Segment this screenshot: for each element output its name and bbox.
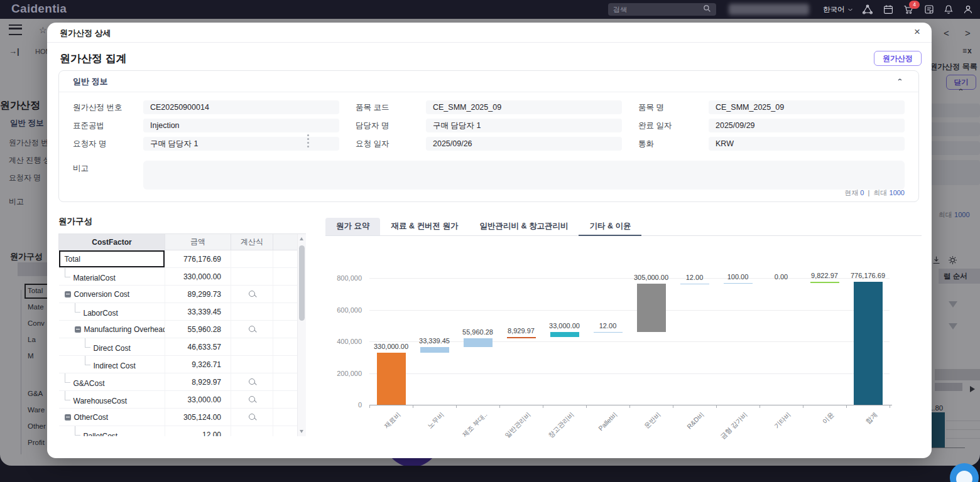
x-tick [586, 405, 587, 408]
waterfall-chart: 0200,000400,000600,000800,000330,000.00재… [325, 242, 922, 452]
y-gridline [369, 373, 890, 374]
cost-table-row[interactable]: MaterialCost330,000.00 [59, 268, 305, 286]
scrollbar-thumb[interactable] [299, 245, 305, 321]
cost-table-row[interactable]: Conversion Cost89,299.73 [59, 286, 305, 303]
tab-2[interactable]: 일반관리비 & 창고관리비 [469, 218, 579, 235]
field-label: 완료 일자 [638, 120, 709, 131]
cart-badge: 4 [909, 1, 920, 9]
field-value-input[interactable]: Injection [143, 119, 339, 132]
cost-table-row[interactable]: Total776,176.69 [59, 250, 305, 268]
x-tick [846, 405, 847, 408]
cost-table-row[interactable]: Manufacturing OverheadCo55,960.28 [59, 321, 305, 338]
field-5: 완료 일자2025/09/29 [638, 119, 905, 132]
scroll-up-icon[interactable] [300, 237, 303, 240]
bell-icon[interactable] [943, 4, 954, 15]
cost-table-row[interactable]: Direct Cost46,633.57 [59, 338, 305, 356]
field-label: 품목 명 [638, 102, 709, 113]
x-axis-label: 금형 감가비 [700, 410, 749, 458]
cost-table-row[interactable]: Indirect Cost9,326.71 [59, 356, 305, 373]
field-value-input[interactable]: 구매 담당자 1 [426, 119, 622, 132]
memo-icon[interactable] [923, 4, 935, 15]
global-search-input[interactable]: 검색 [608, 3, 716, 16]
x-tick [716, 405, 717, 408]
formula-magnifier-icon[interactable] [249, 414, 255, 420]
cost-amount: 33,339.45 [165, 303, 231, 321]
cost-factor-name: OtherCost [74, 413, 109, 422]
scroll-down-icon[interactable] [300, 430, 303, 433]
x-axis-label: 노무비 [397, 410, 446, 458]
field-value-input[interactable]: CE_SMM_2025_09 [426, 100, 622, 114]
language-selector[interactable]: 한국어 [823, 5, 853, 14]
cost-table-row[interactable]: WarehouseCost33,000.00 [59, 391, 305, 409]
field-label: 담당자 명 [356, 120, 426, 131]
org-triangle-icon[interactable] [862, 4, 873, 15]
collapse-chevron-icon[interactable]: ⌃ [896, 73, 903, 89]
tree-expand-icon[interactable] [65, 414, 71, 420]
tree-connector [65, 391, 70, 400]
cost-structure-title: 원가구성 [58, 216, 313, 227]
y-tick-label: 0 [325, 401, 362, 409]
chart-tabs: 원가 요약재료 & 컨버전 원가일반관리비 & 창고관리비기타 & 이윤 [325, 218, 922, 236]
field-label: 통화 [638, 139, 709, 149]
formula-magnifier-icon[interactable] [249, 326, 255, 332]
field-2: 품목 명CE_SMM_2025_09 [638, 100, 905, 114]
bar-3 [507, 337, 536, 338]
cost-table-row[interactable]: PalletCost12.00 [59, 426, 305, 437]
general-info-header: 일반 정보 ⌃ [59, 71, 918, 92]
field-value-input[interactable]: CE_SMM_2025_09 [709, 100, 905, 114]
pane-drag-handle[interactable] [307, 134, 309, 136]
cost-amount: 305,124.00 [165, 409, 231, 426]
x-tick [456, 405, 457, 408]
col-formula[interactable]: 계산식 [231, 234, 273, 250]
bar-value-label: 12.00 [570, 322, 646, 329]
remarks-field[interactable] [143, 161, 905, 190]
bar-11 [854, 282, 883, 405]
cost-table-row[interactable]: LaborCost33,339.45 [59, 303, 305, 321]
cost-factor-name: G&ACost [74, 379, 105, 388]
formula-magnifier-icon[interactable] [249, 291, 255, 297]
field-value-input[interactable]: KRW [709, 137, 905, 151]
user-profile-icon[interactable] [962, 4, 974, 15]
field-value-input[interactable]: 2025/09/29 [709, 119, 905, 132]
cost-amount: 776,176.69 [165, 250, 231, 268]
close-icon[interactable]: × [914, 26, 920, 38]
chevron-down-icon [847, 7, 853, 13]
cost-factor-name: MaterialCost [74, 274, 116, 282]
table-scrollbar[interactable] [297, 234, 306, 436]
tab-0[interactable]: 원가 요약 [325, 218, 380, 235]
formula-magnifier-icon[interactable] [249, 378, 255, 385]
cost-amount: 46,633.57 [165, 338, 231, 356]
tree-expand-icon[interactable] [65, 291, 71, 297]
x-tick [890, 405, 890, 408]
bar-2 [464, 338, 493, 347]
bar-10 [810, 282, 839, 283]
col-costfactor[interactable]: CostFactor [59, 234, 165, 250]
tab-3[interactable]: 기타 & 이윤 [579, 218, 641, 236]
user-name-blurred [729, 4, 809, 15]
cost-estimation-detail-modal: 원가산정 상세 × 원가산정 집계 원가산정 일반 정보 ⌃ 원가산정 번호CE… [47, 23, 932, 458]
tree-connector [85, 338, 90, 348]
language-label: 한국어 [823, 5, 845, 14]
cost-table-row[interactable]: OtherCost305,124.00 [59, 409, 305, 426]
x-axis-label: 재료비 [354, 410, 403, 458]
cost-estimate-button[interactable]: 원가산정 [874, 51, 922, 66]
formula-magnifier-icon[interactable] [249, 396, 255, 402]
tree-expand-icon[interactable] [75, 326, 81, 333]
x-tick [413, 405, 413, 408]
tab-1[interactable]: 재료 & 컨버전 원가 [380, 218, 469, 235]
field-value-input[interactable]: 구매 담당자 1 [143, 137, 339, 151]
col-amount[interactable]: 금액 [165, 234, 231, 250]
bar-value-label: 33,339.45 [397, 337, 472, 345]
cost-table-viewport: CostFactor 금액 계산식 Total776,176.69Materia… [58, 233, 306, 436]
cost-table-row[interactable]: G&ACost8,929.97 [59, 373, 305, 391]
field-value-input[interactable]: CE20250900014 [143, 100, 339, 114]
calendar-icon[interactable] [883, 4, 894, 15]
x-axis-label: 운반비 [614, 410, 663, 458]
y-gridline [369, 310, 890, 311]
cost-factor-name: LaborCost [84, 309, 118, 318]
bar-7 [680, 284, 709, 284]
tree-connector [85, 356, 90, 365]
field-value-input[interactable]: 2025/09/26 [426, 137, 622, 151]
cart-icon[interactable]: 4 [903, 4, 914, 15]
field-0: 원가산정 번호CE20250900014 [73, 100, 339, 114]
